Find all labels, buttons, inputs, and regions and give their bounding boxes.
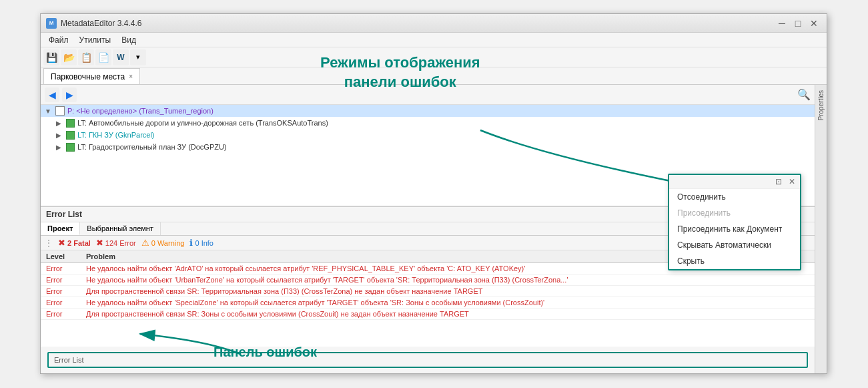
error-icon: ✖ bbox=[96, 238, 103, 248]
table-row[interactable]: Error Не удалось найти объект 'SpecialZo… bbox=[41, 297, 815, 309]
error-count-label: 124 Error bbox=[105, 239, 136, 247]
table-row[interactable]: Error Для пространственной связи SR: Зон… bbox=[41, 309, 815, 320]
menubar: Файл Утилиты Вид bbox=[41, 33, 827, 47]
app-icon: M bbox=[46, 18, 57, 29]
tree-item-layer3[interactable]: ▶ LT: Градостроительный план ЗУ (DocGPZU… bbox=[41, 141, 815, 153]
tree-label-layer3: LT: Градостроительный план ЗУ (DocGPZU) bbox=[77, 143, 227, 151]
tree-label-layer2: LT: ГКН ЗУ (GknParcel) bbox=[77, 131, 155, 139]
back-button[interactable]: ◀ bbox=[45, 87, 59, 102]
warning-count-badge[interactable]: ⚠ 0 Warning bbox=[141, 238, 185, 248]
fatal-icon: ✖ bbox=[58, 238, 65, 248]
context-menu-item-detach[interactable]: Отсоединить bbox=[669, 189, 800, 205]
layer-icon-3 bbox=[66, 143, 75, 152]
context-menu-item-attach-doc[interactable]: Присоединить как Документ bbox=[669, 221, 800, 237]
right-sidebar: Properties bbox=[815, 85, 827, 373]
row-level-2: Error bbox=[41, 274, 81, 286]
title-bar: M MetadataEditor 3.4.4.6 ─ □ ✕ bbox=[41, 14, 827, 33]
info-count-label: 0 Info bbox=[195, 239, 213, 247]
search-icon[interactable]: 🔍 bbox=[797, 88, 811, 101]
forward-button[interactable]: ▶ bbox=[62, 87, 77, 102]
toolbar-btn3[interactable]: 📋 bbox=[78, 49, 94, 65]
row-problem-5[interactable]: Для пространственной связи SR: Зоны с ос… bbox=[86, 310, 469, 318]
row-problem-4[interactable]: Не удалось найти объект 'SpecialZone' на… bbox=[86, 299, 544, 307]
row-level-1: Error bbox=[41, 263, 81, 274]
row-level-4: Error bbox=[41, 297, 81, 309]
window-title: MetadataEditor 3.4.4.6 bbox=[61, 19, 141, 28]
minimize-button[interactable]: ─ bbox=[775, 17, 789, 30]
tree-label-root: Р: <Не определено> (Trans_Tumen_region) bbox=[67, 107, 213, 115]
context-menu-close-btn[interactable]: ✕ bbox=[787, 176, 797, 187]
tree-label-layer1: LT: Автомобильные дороги и улично-дорожн… bbox=[77, 119, 328, 127]
menu-file[interactable]: Файл bbox=[43, 34, 74, 46]
context-menu-item-auto-hide[interactable]: Скрывать Автоматически bbox=[669, 237, 800, 253]
error-tab-project[interactable]: Проект bbox=[41, 222, 80, 235]
toolbar-save-btn[interactable]: 💾 bbox=[43, 49, 59, 65]
tab-close-btn[interactable]: × bbox=[129, 73, 133, 80]
info-count-badge[interactable]: ℹ 0 Info bbox=[189, 238, 213, 248]
expand-icon-layer2[interactable]: ▶ bbox=[54, 130, 63, 140]
toolbar-btn6[interactable]: ▾ bbox=[130, 49, 146, 65]
main-toolbar: 💾 📂 📋 📄 W ▾ bbox=[41, 47, 827, 67]
expand-icon-root[interactable]: ▼ bbox=[43, 106, 53, 116]
col-level: Level bbox=[41, 250, 81, 263]
row-problem-2[interactable]: Не удалось найти объект 'UrbanTerZone' н… bbox=[86, 276, 568, 284]
table-row[interactable]: Error Не удалось найти объект 'UrbanTerZ… bbox=[41, 274, 815, 286]
context-menu: ⊡ ✕ Отсоединить Присоединить Присоединит… bbox=[668, 174, 801, 270]
row-problem-3[interactable]: Для пространственной связи SR: Территори… bbox=[86, 287, 482, 295]
layer-icon-1 bbox=[66, 119, 75, 128]
tree-item-root[interactable]: ▼ Р: <Не определено> (Trans_Tumen_region… bbox=[41, 105, 815, 117]
fatal-count-label: 2 Fatal bbox=[67, 239, 91, 247]
toolbar-open-btn[interactable]: 📂 bbox=[61, 49, 77, 65]
warning-icon: ⚠ bbox=[141, 238, 149, 248]
context-menu-item-attach: Присоединить bbox=[669, 205, 800, 221]
tree-item-layer2[interactable]: ▶ LT: ГКН ЗУ (GknParcel) bbox=[41, 129, 815, 141]
fatal-count-badge[interactable]: ✖ 2 Fatal bbox=[58, 238, 91, 248]
menu-utilities[interactable]: Утилиты bbox=[74, 34, 117, 46]
context-menu-header: ⊡ ✕ bbox=[669, 175, 800, 189]
tab-bar: Парковочные места × bbox=[41, 67, 827, 85]
bottom-tab-label: Error List bbox=[54, 356, 84, 364]
expand-icon-layer3[interactable]: ▶ bbox=[54, 142, 63, 152]
tree-checkbox-root[interactable] bbox=[55, 106, 65, 116]
row-level-5: Error bbox=[41, 309, 81, 320]
row-level-3: Error bbox=[41, 286, 81, 297]
warning-count-label: 0 Warning bbox=[151, 239, 185, 247]
error-count-badge[interactable]: ✖ 124 Error bbox=[96, 238, 136, 248]
table-row[interactable]: Error Для пространственной связи SR: Тер… bbox=[41, 286, 815, 297]
tab-label: Парковочные места bbox=[51, 72, 125, 81]
layer-icon-2 bbox=[66, 131, 75, 140]
nav-toolbar: ◀ ▶ 🔍 bbox=[41, 85, 815, 105]
context-menu-pin-btn[interactable]: ⊡ bbox=[773, 176, 784, 187]
toolbar-btn4[interactable]: 📄 bbox=[95, 49, 111, 65]
expand-icon-layer1[interactable]: ▶ bbox=[54, 118, 63, 128]
info-icon: ℹ bbox=[189, 238, 193, 248]
maximize-button[interactable]: □ bbox=[791, 17, 805, 30]
error-tab-selected[interactable]: Выбранный элемнт bbox=[80, 222, 161, 235]
tree-item-layer1[interactable]: ▶ LT: Автомобильные дороги и улично-доро… bbox=[41, 117, 815, 129]
tab-parking[interactable]: Парковочные места × bbox=[43, 68, 140, 84]
toolbar-word-btn[interactable]: W bbox=[113, 49, 129, 65]
close-button[interactable]: ✕ bbox=[807, 17, 821, 30]
toolbar-separator-icon: ⋮ bbox=[45, 238, 53, 248]
row-problem-1[interactable]: Не удалось найти объект 'AdrATO' на кото… bbox=[86, 264, 525, 272]
bottom-error-list-tab[interactable]: Error List bbox=[47, 352, 808, 368]
menu-view[interactable]: Вид bbox=[116, 34, 141, 46]
sidebar-properties-label[interactable]: Properties bbox=[816, 85, 826, 126]
context-menu-item-hide[interactable]: Скрыть bbox=[669, 253, 800, 269]
